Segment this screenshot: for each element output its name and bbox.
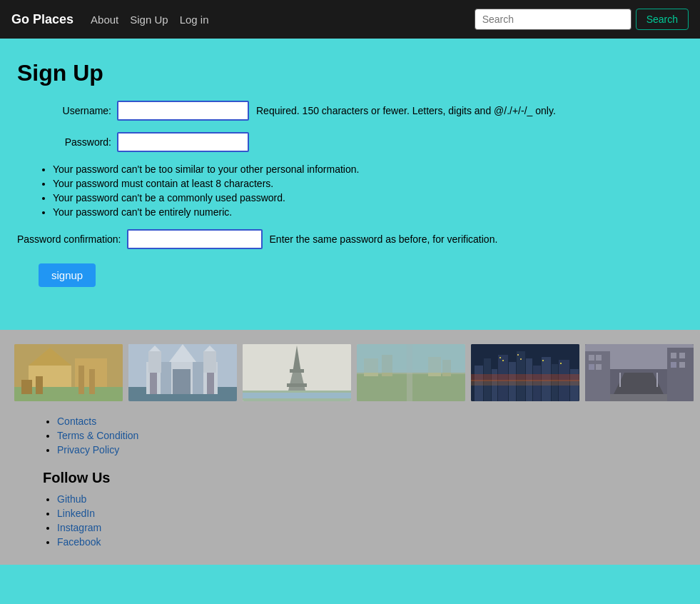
social-link-instagram[interactable]: Instagram (57, 522, 101, 533)
svg-rect-8 (89, 369, 95, 394)
svg-rect-14 (193, 362, 203, 394)
signup-row: signup (17, 263, 683, 287)
page-title: Sign Up (17, 60, 683, 86)
search-button[interactable]: Search (636, 9, 689, 30)
svg-rect-7 (78, 366, 84, 394)
nav-login[interactable]: Log in (180, 14, 209, 26)
svg-rect-5 (21, 380, 32, 394)
follow-title: Follow Us (43, 470, 686, 486)
password-confirmation-hint: Enter the same password as before, for v… (270, 233, 498, 245)
password-rule-1: Your password can't be too similar to yo… (53, 163, 683, 175)
footer: Contacts Terms & Condition Privacy Polic… (0, 330, 700, 565)
place-image-notredame (128, 344, 237, 401)
svg-rect-27 (287, 383, 307, 387)
svg-rect-15 (173, 369, 191, 394)
password-label: Password: (17, 136, 117, 148)
image-strip (14, 344, 686, 401)
svg-rect-37 (357, 344, 465, 373)
nav-signup[interactable]: Sign Up (130, 14, 168, 26)
footer-link-item-terms: Terms & Condition (57, 430, 686, 441)
svg-rect-65 (596, 364, 602, 370)
svg-rect-62 (589, 355, 594, 361)
place-image-aerial (357, 344, 465, 401)
password-input[interactable] (117, 132, 249, 152)
svg-rect-6 (36, 376, 43, 394)
svg-rect-63 (596, 355, 602, 361)
place-image-louvre (14, 344, 123, 401)
brand-logo: Go Places (11, 12, 73, 27)
password-confirmation-row: Password confirmation: Enter the same pa… (17, 229, 683, 249)
svg-rect-53 (499, 357, 501, 358)
svg-rect-54 (502, 360, 504, 361)
svg-rect-58 (560, 363, 562, 364)
social-link-item-facebook: Facebook (57, 536, 686, 548)
svg-rect-73 (619, 373, 621, 387)
svg-rect-64 (589, 364, 594, 370)
footer-link-terms[interactable]: Terms & Condition (57, 430, 138, 441)
svg-rect-55 (517, 354, 519, 356)
username-row: Username: Required. 150 characters or fe… (17, 101, 683, 121)
svg-rect-18 (148, 351, 161, 373)
password-rules: Your password can't be too similar to yo… (39, 163, 683, 218)
footer-link-item-contacts: Contacts (57, 416, 686, 427)
footer-links: Contacts Terms & Condition Privacy Polic… (14, 416, 686, 455)
place-image-eiffel (243, 344, 351, 401)
svg-rect-28 (243, 393, 351, 398)
username-input[interactable] (117, 101, 249, 121)
password-rule-4: Your password can't be entirely numeric. (53, 206, 683, 218)
search-input[interactable] (475, 9, 631, 30)
footer-link-privacy[interactable]: Privacy Policy (57, 444, 119, 455)
svg-rect-19 (203, 351, 216, 373)
password-confirmation-input[interactable] (127, 229, 263, 249)
nav-about[interactable]: About (91, 14, 118, 26)
password-rule-3: Your password can't be a commonly used p… (53, 192, 683, 203)
svg-rect-16 (150, 373, 157, 394)
social-link-facebook[interactable]: Facebook (57, 536, 101, 548)
svg-rect-70 (679, 362, 685, 368)
password-rule-2: Your password must contain at least 8 ch… (53, 178, 683, 189)
main-content: Sign Up Username: Required. 150 characte… (0, 39, 700, 308)
social-link-item-linkedin: LinkedIn (57, 508, 686, 519)
svg-rect-57 (542, 360, 544, 361)
svg-rect-68 (679, 353, 685, 358)
svg-rect-26 (290, 369, 304, 373)
username-hint: Required. 150 characters or fewer. Lette… (256, 105, 556, 116)
password-row: Password: (17, 132, 683, 152)
svg-rect-72 (610, 394, 667, 401)
footer-link-item-privacy: Privacy Policy (57, 444, 686, 455)
svg-rect-67 (671, 353, 676, 358)
svg-rect-69 (671, 362, 676, 368)
nav-search-wrapper: Search (475, 9, 689, 30)
social-links: Github LinkedIn Instagram Facebook (14, 493, 686, 548)
svg-rect-74 (656, 373, 658, 387)
svg-rect-56 (520, 358, 522, 360)
footer-link-contacts[interactable]: Contacts (57, 416, 96, 427)
place-image-nyc (471, 344, 579, 401)
navbar: Go Places About Sign Up Log in Search (0, 0, 700, 39)
svg-rect-52 (471, 380, 579, 386)
nav-links: About Sign Up Log in (91, 14, 475, 26)
username-label: Username: (17, 105, 117, 116)
place-image-street (585, 344, 694, 401)
svg-rect-13 (161, 362, 171, 394)
social-link-github[interactable]: Github (57, 493, 86, 505)
svg-rect-17 (207, 373, 214, 394)
social-link-item-github: Github (57, 493, 686, 505)
signup-button[interactable]: signup (39, 263, 96, 287)
social-link-item-instagram: Instagram (57, 522, 686, 533)
password-confirmation-label: Password confirmation: (17, 233, 127, 245)
social-link-linkedin[interactable]: LinkedIn (57, 508, 95, 519)
